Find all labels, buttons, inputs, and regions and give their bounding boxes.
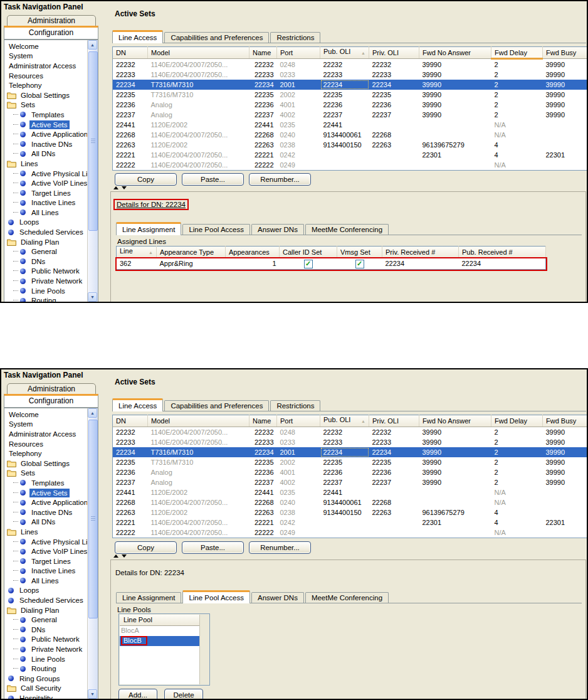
column-header-pub-oli[interactable]: Pub. OLI▲ [320, 415, 369, 427]
sidebar-item-routing[interactable]: Routing [4, 295, 88, 302]
sidebar-item-all-dns[interactable]: All DNs [4, 517, 88, 528]
table-row[interactable]: 222221140E/2004/2007/2050...222220249N/A [113, 528, 588, 538]
table-row[interactable]: 22234T7316/M7310222342001222342223439990… [113, 447, 588, 457]
copy-button[interactable]: Copy [115, 173, 177, 186]
sidebar-item-welcome[interactable]: Welcome [4, 410, 88, 420]
tab-line-assignment[interactable]: Line Assignment [116, 592, 181, 603]
table-row[interactable]: 22237Analog22237400222237222373999023999… [113, 110, 588, 120]
tab-configuration[interactable]: Configuration [4, 26, 98, 40]
column-header-port[interactable]: Port [277, 47, 320, 59]
column-header-fwd-no-answer[interactable]: Fwd No Answer [419, 47, 491, 59]
table-row[interactable]: 222631120E/20022226302389134400150222639… [113, 507, 588, 517]
sidebar-item-call-security[interactable]: Call Security [4, 684, 88, 694]
sidebar-item-loops[interactable]: Loops [4, 586, 88, 596]
splitter-collapse-up-icon[interactable] [113, 186, 118, 189]
tab-configuration[interactable]: Configuration [4, 394, 98, 408]
tab-answer-dns[interactable]: Answer DNs [251, 592, 304, 603]
column-header-model[interactable]: Model [148, 47, 249, 59]
scroll-thumb[interactable] [88, 420, 98, 618]
sidebar-item-templates[interactable]: Templates [4, 110, 88, 120]
sidebar-item-all-dns[interactable]: All DNs [4, 149, 88, 159]
sidebar-item-active-voip-lines[interactable]: Active VoIP Lines [4, 546, 88, 556]
tree-scrollbar[interactable]: ▲ ▼ [87, 408, 98, 699]
sidebar-item-inactive-dns[interactable]: Inactive DNs [4, 507, 88, 517]
column-header-fwd-busy[interactable]: Fwd Busy [543, 415, 588, 427]
tab-meetme-conferencing[interactable]: MeetMe Conferencing [305, 592, 389, 603]
copy-button[interactable]: Copy [115, 541, 177, 554]
sidebar-item-dns[interactable]: DNs [4, 257, 88, 267]
column-header-priv-oli[interactable]: Priv. OLI [369, 415, 419, 427]
tree-scrollbar[interactable]: ▲ ▼ [87, 40, 98, 302]
tab-meetme-conferencing[interactable]: MeetMe Conferencing [305, 224, 389, 235]
sidebar-item-sets[interactable]: Sets [4, 469, 88, 479]
sidebar-item-global-settings[interactable]: Global Settings [4, 90, 88, 100]
add-button[interactable]: Add... [118, 689, 157, 700]
column-header-appearance-type[interactable]: Appearance Type [157, 247, 226, 258]
sidebar-item-all-lines[interactable]: All Lines [4, 208, 88, 218]
table-row[interactable]: 222211140E/2004/2007/2050...222210242223… [113, 150, 588, 160]
paste-button[interactable]: Paste... [182, 541, 244, 554]
scroll-down-icon[interactable]: ▼ [88, 292, 97, 302]
sidebar-item-public-network[interactable]: Public Network [4, 267, 88, 277]
splitter-collapse-up-icon[interactable] [113, 554, 118, 558]
table-row[interactable]: 22236Analog22236400122236222363999023999… [113, 100, 588, 110]
table-row[interactable]: 222321140E/2004/2007/2050...222320248222… [113, 427, 588, 438]
column-header-fwd-no-answer[interactable]: Fwd No Answer [419, 415, 491, 427]
sidebar-item-scheduled-services[interactable]: Scheduled Services [4, 227, 88, 237]
splitter-collapse-down-icon[interactable] [122, 554, 127, 558]
sidebar-item-dns[interactable]: DNs [4, 625, 88, 635]
sidebar-item-general[interactable]: General [4, 247, 88, 257]
sidebar-item-active-application[interactable]: Active Application [4, 497, 88, 507]
scroll-up-icon[interactable]: ▲ [88, 40, 97, 50]
tab-line-pool-access[interactable]: Line Pool Access [182, 224, 250, 235]
sidebar-item-system[interactable]: System [4, 51, 88, 61]
sidebar-item-private-network[interactable]: Private Network [4, 276, 88, 286]
checkbox-checked-icon[interactable]: ✓ [304, 260, 313, 268]
sidebar-item-line-pools[interactable]: Line Pools [4, 654, 88, 664]
sidebar-item-target-lines[interactable]: Target Lines [4, 188, 88, 198]
column-header-fwd-delay[interactable]: Fwd Delay [491, 47, 543, 59]
panel-splitter[interactable] [112, 554, 127, 559]
column-header-fwd-busy[interactable]: Fwd Busy [543, 47, 588, 59]
column-header-name[interactable]: Name [249, 415, 277, 427]
tab-line-access[interactable]: Line Access [112, 398, 163, 411]
table-row[interactable]: 22235T7316/M7310222352002222352223539990… [113, 90, 588, 100]
tab-line-assignment[interactable]: Line Assignment [116, 222, 181, 235]
sidebar-item-welcome[interactable]: Welcome [4, 41, 88, 51]
sidebar-item-global-settings[interactable]: Global Settings [4, 459, 88, 469]
column-header-line[interactable]: Line▲ [117, 247, 157, 258]
list-item-bloca[interactable]: BlocA [120, 626, 199, 636]
column-header-model[interactable]: Model [148, 415, 249, 427]
delete-button[interactable]: Delete [164, 689, 203, 700]
sidebar-item-telephony[interactable]: Telephony [4, 80, 88, 90]
sidebar-item-loops[interactable]: Loops [4, 218, 88, 228]
sidebar-item-all-lines[interactable]: All Lines [4, 576, 88, 586]
table-row[interactable]: 222211140E/2004/2007/2050...222210242223… [113, 517, 588, 528]
column-header-dn[interactable]: DN [113, 415, 148, 427]
renumber-button[interactable]: Renumber... [249, 541, 311, 554]
column-header-port[interactable]: Port [277, 415, 320, 427]
table-row[interactable]: 22237Analog22237400222237222373999023999… [113, 477, 588, 487]
table-row[interactable]: 22234T7316/M7310222342001222342223439990… [113, 80, 588, 90]
sidebar-item-lines[interactable]: Lines [4, 527, 88, 537]
column-header-name[interactable]: Name [249, 47, 277, 59]
tab-answer-dns[interactable]: Answer DNs [251, 224, 304, 235]
column-header-pub-oli[interactable]: Pub. OLI▲ [320, 47, 369, 59]
table-row[interactable]: 222681140E/2004/2007/2050...222680240913… [113, 497, 588, 507]
checkbox-checked-icon[interactable]: ✓ [355, 260, 364, 268]
table-row[interactable]: 224411120E/200222441023522441N/A [113, 120, 588, 130]
table-row[interactable]: 222221140E/2004/2007/2050...222220249N/A [113, 160, 588, 171]
table-row[interactable]: 222331140E/2004/2007/2050...222330233222… [113, 70, 588, 80]
sidebar-item-resources[interactable]: Resources [4, 439, 88, 449]
sidebar-item-active-voip-lines[interactable]: Active VoIP Lines [4, 178, 88, 188]
column-header-pub-received-[interactable]: Pub. Received # [459, 247, 546, 258]
column-header-vmsg-set[interactable]: Vmsg Set [337, 247, 382, 258]
sidebar-item-active-physical-li[interactable]: Active Physical Li [4, 169, 88, 179]
sidebar-item-hospitality[interactable]: Hospitality [4, 693, 88, 699]
sidebar-item-general[interactable]: General [4, 615, 88, 625]
column-header-dn[interactable]: DN [113, 47, 148, 59]
tab-capabilities-and-preferences[interactable]: Capabilities and Preferences [164, 32, 269, 43]
renumber-button[interactable]: Renumber... [249, 173, 311, 186]
sidebar-item-sets[interactable]: Sets [4, 100, 88, 110]
sidebar-item-active-application[interactable]: Active Application [4, 129, 88, 139]
